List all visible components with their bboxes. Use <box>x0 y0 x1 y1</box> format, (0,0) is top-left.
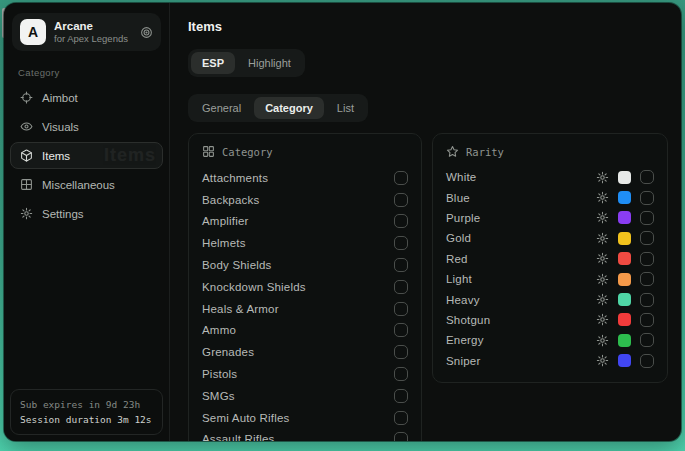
color-swatch-purple[interactable] <box>618 211 631 224</box>
sidebar-item-aimbot[interactable]: Aimbot <box>10 84 163 111</box>
category-row-grenades[interactable]: Grenades <box>202 341 408 363</box>
rarity-panel-title: Rarity <box>466 146 504 158</box>
category-row-pistols[interactable]: Pistols <box>202 363 408 385</box>
category-row-helmets[interactable]: Helmets <box>202 232 408 254</box>
checkbox-light[interactable] <box>640 272 654 286</box>
category-row-ammo[interactable]: Ammo <box>202 320 408 342</box>
color-swatch-energy[interactable] <box>618 334 631 347</box>
color-settings-button[interactable] <box>596 273 609 286</box>
sidebar-item-label: Aimbot <box>42 92 78 104</box>
category-row-attachments[interactable]: Attachments <box>202 167 408 189</box>
target-icon[interactable] <box>140 26 153 39</box>
checkbox-shotgun[interactable] <box>640 313 654 327</box>
subscription-box: Sub expires in 9d 23h Session duration 3… <box>10 389 163 435</box>
sidebar-item-label: Settings <box>42 208 84 220</box>
color-swatch-white[interactable] <box>618 171 631 184</box>
app-meta: Arcane for Apex Legends <box>54 20 132 45</box>
category-row-smgs[interactable]: SMGs <box>202 385 408 407</box>
color-settings-button[interactable] <box>596 252 609 265</box>
rarity-row-blue[interactable]: Blue <box>446 187 654 207</box>
checkbox-helmets[interactable] <box>394 236 408 250</box>
color-settings-button[interactable] <box>596 293 609 306</box>
checkbox-assault-rifles[interactable] <box>394 432 408 441</box>
color-settings-button[interactable] <box>596 211 609 224</box>
checkbox-heavy[interactable] <box>640 293 654 307</box>
checkbox-backpacks[interactable] <box>394 193 408 207</box>
category-row-amplifier[interactable]: Amplifier <box>202 211 408 233</box>
sub-expires-text: Sub expires in 9d 23h <box>20 397 153 412</box>
tab-category-button[interactable]: Category <box>254 97 324 119</box>
color-settings-button[interactable] <box>596 334 609 347</box>
category-panel-title: Category <box>222 146 273 158</box>
rarity-row-energy[interactable]: Energy <box>446 330 654 350</box>
mode-toggle: ESPHighlight <box>188 49 305 77</box>
star-icon <box>446 145 459 158</box>
color-settings-button[interactable] <box>596 191 609 204</box>
sidebar-item-visuals[interactable]: Visuals <box>10 113 163 140</box>
color-swatch-red[interactable] <box>618 252 631 265</box>
sidebar-nav: AimbotVisualsItemsItemsMiscellaneousSett… <box>4 84 169 227</box>
mode-highlight-button[interactable]: Highlight <box>237 52 302 74</box>
page-title: Items <box>188 19 668 34</box>
sidebar-item-label: Visuals <box>42 121 79 133</box>
rarity-row-white[interactable]: White <box>446 167 654 187</box>
checkbox-white[interactable] <box>640 170 654 184</box>
rarity-row-sniper[interactable]: Sniper <box>446 351 654 371</box>
checkbox-ammo[interactable] <box>394 323 408 337</box>
category-row-heals-armor[interactable]: Heals & Armor <box>202 298 408 320</box>
checkbox-attachments[interactable] <box>394 171 408 185</box>
rarity-row-light[interactable]: Light <box>446 269 654 289</box>
color-settings-button[interactable] <box>596 232 609 245</box>
checkbox-heals-armor[interactable] <box>394 302 408 316</box>
color-swatch-shotgun[interactable] <box>618 313 631 326</box>
color-settings-button[interactable] <box>596 171 609 184</box>
rarity-row-heavy[interactable]: Heavy <box>446 289 654 309</box>
rarity-row-controls <box>596 354 654 368</box>
sidebar-item-settings[interactable]: Settings <box>10 200 163 227</box>
tab-list-button[interactable]: List <box>326 97 365 119</box>
color-swatch-sniper[interactable] <box>618 354 631 367</box>
app-logo: A <box>20 19 46 45</box>
color-swatch-light[interactable] <box>618 273 631 286</box>
gear-icon <box>596 191 609 204</box>
color-swatch-blue[interactable] <box>618 191 631 204</box>
sidebar-item-miscellaneous[interactable]: Miscellaneous <box>10 171 163 198</box>
rarity-row-controls <box>596 293 654 307</box>
checkbox-energy[interactable] <box>640 333 654 347</box>
checkbox-gold[interactable] <box>640 231 654 245</box>
grid-small-icon <box>202 145 215 158</box>
checkbox-sniper[interactable] <box>640 354 654 368</box>
rarity-row-purple[interactable]: Purple <box>446 208 654 228</box>
category-row-label: Pistols <box>202 368 237 380</box>
category-row-assault-rifles[interactable]: Assault Rifles <box>202 429 408 441</box>
tab-general-button[interactable]: General <box>191 97 252 119</box>
checkbox-knockdown-shields[interactable] <box>394 280 408 294</box>
checkbox-pistols[interactable] <box>394 367 408 381</box>
color-settings-button[interactable] <box>596 354 609 367</box>
gear-icon <box>596 334 609 347</box>
sidebar-item-label: Miscellaneous <box>42 179 115 191</box>
color-swatch-heavy[interactable] <box>618 293 631 306</box>
checkbox-blue[interactable] <box>640 191 654 205</box>
app-header-card[interactable]: A Arcane for Apex Legends <box>12 13 161 51</box>
category-row-label: Attachments <box>202 172 268 184</box>
checkbox-amplifier[interactable] <box>394 214 408 228</box>
rarity-row-shotgun[interactable]: Shotgun <box>446 310 654 330</box>
checkbox-purple[interactable] <box>640 211 654 225</box>
category-row-knockdown-shields[interactable]: Knockdown Shields <box>202 276 408 298</box>
sidebar-item-items[interactable]: ItemsItems <box>10 142 163 169</box>
category-row-body-shields[interactable]: Body Shields <box>202 254 408 276</box>
color-swatch-gold[interactable] <box>618 232 631 245</box>
checkbox-smgs[interactable] <box>394 389 408 403</box>
color-settings-button[interactable] <box>596 313 609 326</box>
checkbox-body-shields[interactable] <box>394 258 408 272</box>
rarity-row-red[interactable]: Red <box>446 249 654 269</box>
category-row-semi-auto-rifles[interactable]: Semi Auto Rifles <box>202 407 408 429</box>
rarity-row-gold[interactable]: Gold <box>446 228 654 248</box>
checkbox-semi-auto-rifles[interactable] <box>394 411 408 425</box>
checkbox-red[interactable] <box>640 252 654 266</box>
category-panel: Category AttachmentsBackpacksAmplifierHe… <box>188 133 422 441</box>
category-row-backpacks[interactable]: Backpacks <box>202 189 408 211</box>
checkbox-grenades[interactable] <box>394 345 408 359</box>
mode-esp-button[interactable]: ESP <box>191 52 235 74</box>
